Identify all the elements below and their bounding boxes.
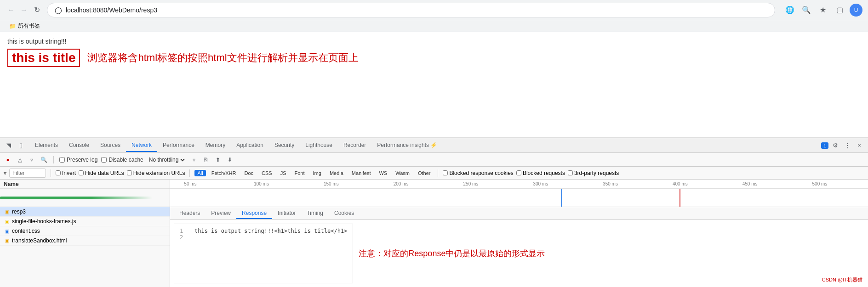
disable-cache-label: Disable cache (108, 157, 143, 163)
tab-lighthouse[interactable]: Lighthouse (300, 139, 338, 152)
tick-300: 300 ms (533, 181, 548, 186)
throttle-dropdown-button[interactable]: ▿ (190, 156, 198, 164)
file-item-resp3[interactable]: ▣ resp3 (0, 207, 170, 217)
icon-css: ▣ (4, 228, 10, 234)
tick-250: 250 ms (463, 181, 479, 186)
filter-type-all[interactable]: All (194, 170, 206, 176)
filter-type-font[interactable]: Font (292, 170, 308, 176)
tab-response[interactable]: Response (236, 208, 272, 219)
blue-marker-line (561, 189, 562, 207)
response-code-block: 1 this is output string!!!<h1>this is ti… (174, 224, 353, 283)
filter-type-ws[interactable]: WS (376, 170, 390, 176)
download-button[interactable]: ⬇ (226, 156, 234, 164)
filter-bar: ▿ Invert Hide data URLs Hide extension U… (0, 167, 868, 180)
search-button[interactable]: 🔍 (40, 156, 48, 164)
tab-application[interactable]: Application (231, 139, 269, 152)
blocked-cookies-checkbox-label[interactable]: Blocked response cookies (443, 170, 513, 176)
third-party-checkbox[interactable] (568, 170, 573, 175)
page-h1: this is title (7, 49, 80, 67)
filter-toggle-button[interactable]: ▿ (28, 156, 36, 164)
tab-recorder[interactable]: Recorder (338, 139, 371, 152)
url-text: localhost:8080/WebDemo/resp3 (66, 6, 157, 14)
timeline-header: 50 ms 100 ms 150 ms 200 ms 250 ms 300 ms… (170, 180, 868, 207)
hide-ext-urls-label: Hide extension URLs (133, 170, 185, 176)
throttle-select[interactable]: No throttling (147, 156, 186, 163)
avatar[interactable]: U (850, 4, 862, 17)
third-party-checkbox-label[interactable]: 3rd-party requests (568, 170, 619, 176)
filter-input[interactable] (9, 169, 46, 178)
code-line-1: 1 this is output string!!!<h1>this is ti… (180, 228, 347, 234)
upload-button[interactable]: ⬆ (214, 156, 222, 164)
back-button[interactable]: ← (6, 5, 17, 16)
tab-performance-insights[interactable]: Performance insights ⚡ (371, 139, 443, 152)
tab-network[interactable]: Network (126, 139, 157, 152)
hide-data-urls-label: Hide data URLs (85, 170, 124, 176)
filter-type-js[interactable]: JS (278, 170, 289, 176)
tick-200: 200 ms (394, 181, 409, 186)
star-button[interactable]: ★ (817, 4, 829, 17)
reload-button[interactable]: ↻ (31, 5, 42, 16)
translate-button[interactable]: 🌐 (783, 4, 796, 17)
settings-button[interactable]: ⚙ (830, 141, 840, 151)
tab-initiator[interactable]: Initiator (272, 208, 301, 219)
filter-type-manifest[interactable]: Manifest (349, 170, 374, 176)
tab-timing[interactable]: Timing (301, 208, 329, 219)
close-devtools-button[interactable]: × (854, 141, 864, 151)
lock-icon: ◯ (55, 6, 62, 14)
invert-checkbox-label[interactable]: Invert (56, 170, 76, 176)
line-number-2: 2 (180, 234, 187, 241)
address-bar[interactable]: ◯ localhost:8080/WebDemo/resp3 (47, 3, 775, 17)
tab-elements[interactable]: Elements (29, 139, 63, 152)
detail-tabs: Headers Preview Response Initiator Timin… (170, 207, 868, 220)
more-button[interactable]: ⋮ (842, 141, 852, 151)
clear-button[interactable]: △ (16, 156, 24, 164)
tab-performance[interactable]: Performance (157, 139, 200, 152)
tick-400: 400 ms (673, 181, 688, 186)
preserve-log-checkbox-label[interactable]: Preserve log (59, 157, 97, 163)
filter-type-media[interactable]: Media (327, 170, 346, 176)
wifi-icon-button[interactable]: ⎘ (202, 156, 210, 164)
tab-console[interactable]: Console (63, 139, 95, 152)
hide-data-urls-checkbox-label[interactable]: Hide data URLs (79, 170, 124, 176)
bookmarks-label[interactable]: 📁 所有书签 (6, 21, 44, 31)
filter-type-wasm[interactable]: Wasm (393, 170, 412, 176)
blocked-cookies-checkbox[interactable] (443, 170, 448, 175)
filter-type-img[interactable]: Img (310, 170, 324, 176)
file-item-content-css[interactable]: ▣ content.css (0, 226, 170, 236)
disable-cache-checkbox[interactable] (101, 157, 107, 163)
hide-ext-urls-checkbox[interactable] (127, 170, 132, 175)
hide-ext-urls-checkbox-label[interactable]: Hide extension URLs (127, 170, 185, 176)
tab-memory[interactable]: Memory (200, 139, 231, 152)
tab-headers[interactable]: Headers (174, 208, 206, 219)
disable-cache-checkbox-label[interactable]: Disable cache (101, 157, 143, 163)
filter-type-doc[interactable]: Doc (242, 170, 257, 176)
tab-cookies[interactable]: Cookies (329, 208, 360, 219)
record-button[interactable]: ● (4, 156, 12, 164)
code-line-2: 2 (180, 234, 347, 241)
extensions-button[interactable]: ▢ (833, 4, 846, 17)
page-description: 浏览器将含html标签的按照html文件进行解析并显示在页面上 (87, 51, 358, 65)
tab-preview[interactable]: Preview (206, 208, 236, 219)
blocked-cookies-label: Blocked response cookies (449, 170, 513, 176)
blocked-requests-label: Blocked requests (523, 170, 565, 176)
file-item-sandbox[interactable]: ▣ translateSandbox.html (0, 236, 170, 246)
preserve-log-checkbox[interactable] (59, 157, 65, 163)
bookmarks-bar: 📁 所有书签 (0, 20, 868, 32)
file-item-hooks[interactable]: ▣ single-file-hooks-frames.js (0, 217, 170, 226)
forward-button[interactable]: → (18, 5, 29, 16)
invert-checkbox[interactable] (56, 170, 61, 175)
browser-chrome: ← → ↻ ◯ localhost:8080/WebDemo/resp3 🌐 🔍… (0, 0, 868, 20)
filter-type-css[interactable]: CSS (259, 170, 275, 176)
inspect-element-button[interactable]: ◥ (4, 141, 14, 151)
file-name-resp3: resp3 (12, 208, 26, 215)
blocked-requests-checkbox[interactable] (516, 170, 521, 175)
device-toolbar-button[interactable]: ▯ (16, 141, 26, 151)
tab-security[interactable]: Security (269, 139, 300, 152)
hide-data-urls-checkbox[interactable] (79, 170, 84, 175)
network-toolbar: ● △ ▿ 🔍 Preserve log Disable cache No th… (0, 153, 868, 167)
filter-type-other[interactable]: Other (415, 170, 434, 176)
tab-sources[interactable]: Sources (95, 139, 126, 152)
filter-type-fetch[interactable]: Fetch/XHR (209, 170, 239, 176)
blocked-requests-checkbox-label[interactable]: Blocked requests (516, 170, 565, 176)
zoom-button[interactable]: 🔍 (800, 4, 813, 17)
